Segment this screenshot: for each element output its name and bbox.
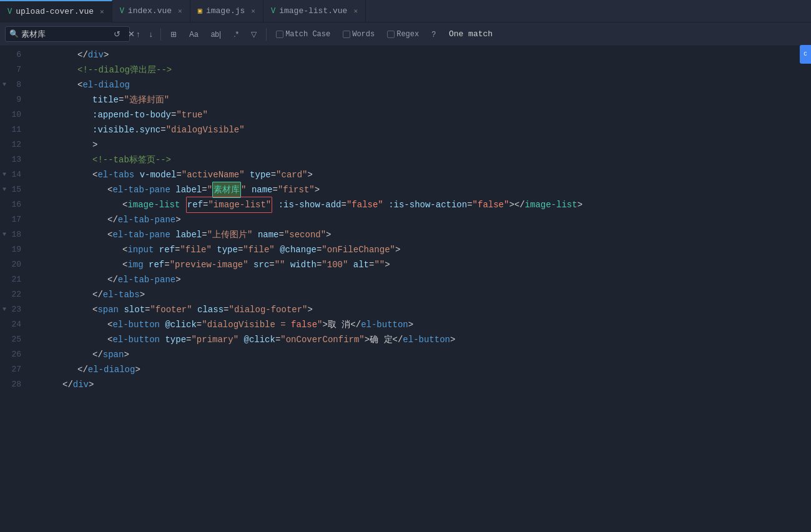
- vue-icon: V: [7, 7, 12, 16]
- gutter-line-19: 19: [0, 242, 27, 257]
- code-line-13: <!--tab标签页-->: [37, 152, 811, 167]
- divider1: [160, 28, 161, 41]
- code-line-7: <!--dialog弹出层-->: [37, 62, 811, 77]
- ref-highlight-box: ref="image-list": [186, 197, 272, 213]
- tab-bar: V upload-cover.vue ✕ V index.vue ✕ ▣ ima…: [0, 0, 811, 22]
- words-text: Words: [352, 30, 375, 39]
- case-icon: Aa: [189, 30, 199, 39]
- search-case-sensitive-button[interactable]: Aa: [185, 28, 203, 41]
- code-line-24: <el-button @click="dialogVisible = false…: [37, 317, 811, 332]
- code-line-16: <image-list ref="image-list" :is-show-ad…: [37, 197, 811, 212]
- tab-close-image-list[interactable]: ✕: [353, 7, 358, 15]
- fold-arrow-15[interactable]: ▼: [2, 182, 6, 197]
- fold-arrow-18[interactable]: ▼: [2, 227, 6, 242]
- tab-close-image[interactable]: ✕: [251, 7, 255, 15]
- search-word-button[interactable]: ab|: [207, 28, 225, 41]
- regex-text: Regex: [396, 30, 419, 39]
- code-line-18: <el-tab-pane label="上传图片" name="second">: [37, 227, 811, 242]
- gutter-line-23: ▼ 23: [0, 302, 27, 317]
- match-result: One match: [449, 29, 493, 39]
- gutter-line-24: 24: [0, 317, 27, 332]
- code-line-23: <span slot="footer" class="dialog-footer…: [37, 302, 811, 317]
- divider2: [266, 28, 267, 41]
- code-line-28: </div>: [37, 377, 811, 392]
- word-icon: ab|: [211, 30, 221, 39]
- fold-arrow-23[interactable]: ▼: [2, 302, 6, 317]
- gutter-line-20: 20: [0, 257, 27, 272]
- search-select-all-button[interactable]: ⊞: [166, 28, 181, 41]
- match-case-text: Match Case: [285, 30, 330, 39]
- code-line-10: :append-to-body="true": [37, 107, 811, 122]
- code-line-17: </el-tab-pane>: [37, 212, 811, 227]
- editor: 6 7 ▼ 8 9 10 11 12 13 ▼ 14 ▼ 15 16 17 ▼ …: [0, 46, 811, 532]
- tab-image[interactable]: ▣ image.js ✕: [190, 0, 263, 22]
- code-area[interactable]: </div> <!--dialog弹出层--> <el-dialog title…: [37, 46, 811, 532]
- tab-index[interactable]: V index.vue ✕: [112, 0, 190, 22]
- code-line-11: :visible.sync="dialogVisible": [37, 122, 811, 137]
- code-line-19: <input ref="file" type="file" @change="o…: [37, 242, 811, 257]
- search-input-wrap: 🔍 ↺ ✕: [5, 26, 130, 42]
- code-line-12: >: [37, 137, 811, 152]
- search-input[interactable]: [21, 29, 109, 39]
- help-button[interactable]: ?: [427, 28, 440, 41]
- search-clear-button[interactable]: ↺: [111, 28, 123, 40]
- search-prev-button[interactable]: ↑: [134, 28, 143, 40]
- gutter-line-22: 22: [0, 287, 27, 302]
- gutter-line-26: 26: [0, 347, 27, 362]
- gutter-line-15: ▼ 15: [0, 182, 27, 197]
- vue-icon: V: [271, 7, 275, 16]
- help-text: ?: [431, 30, 436, 39]
- regex-label: Regex: [383, 28, 423, 41]
- tab-image-list[interactable]: V image-list.vue ✕: [263, 0, 366, 22]
- search-match-label: 素材库: [212, 182, 241, 198]
- gutter-line-6: 6: [0, 47, 27, 62]
- vue-icon: V: [120, 7, 124, 16]
- tab-close-index[interactable]: ✕: [178, 7, 182, 15]
- gutter-line-21: 21: [0, 272, 27, 287]
- code-line-22: </el-tabs>: [37, 287, 811, 302]
- gutter-line-8: ▼ 8: [0, 77, 27, 92]
- regex-checkbox[interactable]: [387, 31, 395, 38]
- code-line-20: <img ref="preview-image" src="" width="1…: [37, 257, 811, 272]
- fold-arrow-14[interactable]: ▼: [2, 167, 6, 182]
- tab-label: image-list.vue: [279, 6, 347, 16]
- tab-label: image.js: [206, 6, 245, 16]
- match-case-label: Match Case: [272, 28, 335, 41]
- tab-close-upload-cover[interactable]: ✕: [100, 7, 104, 16]
- code-line-21: </el-tab-pane>: [37, 272, 811, 287]
- words-label: Words: [338, 28, 379, 41]
- code-line-15: <el-tab-pane label="素材库" name="first">: [37, 182, 811, 197]
- gutter-line-10: 10: [0, 107, 27, 122]
- match-case-checkbox[interactable]: [276, 31, 283, 38]
- code-line-14: <el-tabs v-model="activeName" type="card…: [37, 167, 811, 182]
- gutter-line-9: 9: [0, 92, 27, 107]
- gutter-line-27: 27: [0, 362, 27, 377]
- tab-upload-cover[interactable]: V upload-cover.vue ✕: [0, 0, 112, 22]
- chrome-extension-icon[interactable]: C: [800, 45, 811, 64]
- regex-icon: .*: [233, 30, 238, 39]
- gutter-line-18: ▼ 18: [0, 227, 27, 242]
- select-all-icon: ⊞: [170, 30, 177, 39]
- search-regex-button[interactable]: .*: [229, 28, 243, 41]
- filter-icon: ▽: [251, 30, 257, 39]
- search-next-button[interactable]: ↓: [147, 28, 156, 40]
- line-numbers: 6 7 ▼ 8 9 10 11 12 13 ▼ 14 ▼ 15 16 17 ▼ …: [0, 46, 37, 532]
- gutter-line-14: ▼ 14: [0, 167, 27, 182]
- search-bar: 🔍 ↺ ✕ ↑ ↓ ⊞ Aa ab| .* ▽ Match Case Words…: [0, 22, 811, 46]
- tab-label: upload-cover.vue: [16, 7, 94, 16]
- gutter-line-11: 11: [0, 122, 27, 137]
- code-line-25: <el-button type="primary" @click="onCove…: [37, 332, 811, 347]
- words-checkbox[interactable]: [343, 31, 350, 38]
- search-icon: 🔍: [9, 29, 19, 39]
- code-line-6: </div>: [37, 47, 811, 62]
- search-filter-button[interactable]: ▽: [247, 28, 261, 41]
- gutter-line-16: 16: [0, 197, 27, 212]
- gutter-line-28: 28: [0, 377, 27, 392]
- fold-arrow-8[interactable]: ▼: [2, 77, 6, 92]
- gutter-line-25: 25: [0, 332, 27, 347]
- js-icon: ▣: [198, 6, 202, 16]
- gutter-line-12: 12: [0, 137, 27, 152]
- gutter-line-17: 17: [0, 212, 27, 227]
- code-line-8: <el-dialog: [37, 77, 811, 92]
- code-line-27: </el-dialog>: [37, 362, 811, 377]
